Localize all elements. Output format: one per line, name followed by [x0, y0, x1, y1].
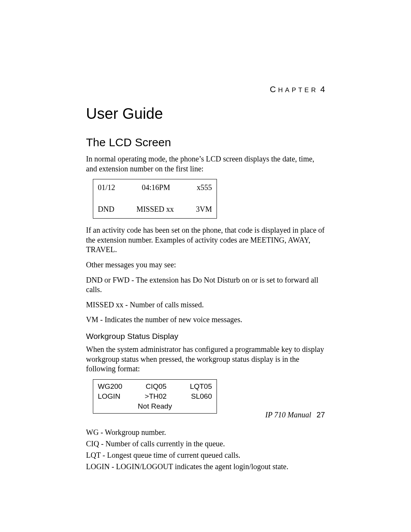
- footer-manual-name: IP 710 Manual: [265, 411, 311, 419]
- lcd-vm: 3VM: [196, 205, 212, 214]
- wg-sl: SL060: [191, 392, 212, 401]
- msg-vm: VM - Indicates the number of new voice m…: [86, 315, 325, 325]
- chapter-rest: HAPTER: [278, 86, 318, 94]
- other-messages-intro: Other messages you may see:: [86, 260, 325, 270]
- workgroup-intro: When the system administrator has config…: [86, 345, 325, 374]
- page-title: User Guide: [86, 105, 325, 122]
- wg-row-2: LOGIN >TH02 SL060: [98, 392, 212, 401]
- msg-missed: MISSED xx - Number of calls missed.: [86, 300, 325, 310]
- lcd-date: 01/12: [98, 183, 115, 192]
- def-lqt: LQT - Longest queue time of current queu…: [86, 449, 325, 461]
- lcd-row-2: DND MISSED xx 3VM: [98, 205, 212, 214]
- wg-id: WG200: [98, 382, 122, 391]
- lcd-missed: MISSED xx: [136, 205, 174, 214]
- wg-login: LOGIN: [98, 392, 120, 401]
- subsection-heading: Workgroup Status Display: [86, 332, 325, 341]
- wg-row-1: WG200 CIQ05 LQT05: [98, 382, 212, 391]
- msg-dnd: DND or FWD - The extension has Do Not Di…: [86, 275, 325, 295]
- intro-paragraph: In normal operating mode, the phone’s LC…: [86, 154, 325, 174]
- chapter-label: CHAPTER4: [86, 85, 325, 94]
- lcd-display-box: 01/12 04:16PM x555 DND MISSED xx 3VM: [93, 179, 217, 219]
- activity-code-paragraph: If an activity code has been set on the …: [86, 225, 325, 255]
- page-footer: IP 710 Manual27: [265, 411, 325, 419]
- section-heading: The LCD Screen: [86, 136, 325, 149]
- def-wg: WG - Workgroup number.: [86, 427, 325, 438]
- wg-ciq: CIQ05: [146, 382, 167, 391]
- footer-page-number: 27: [317, 411, 325, 419]
- def-login: LOGIN - LOGIN/LOGOUT indicates the agent…: [86, 461, 325, 472]
- lcd-row-1: 01/12 04:16PM x555: [98, 183, 212, 192]
- workgroup-display-box: WG200 CIQ05 LQT05 LOGIN >TH02 SL060 Not …: [93, 379, 217, 414]
- chapter-number: 4: [320, 85, 325, 94]
- page: CHAPTER4 User Guide The LCD Screen In no…: [0, 0, 411, 532]
- wg-lqt: LQT05: [190, 382, 212, 391]
- lcd-time: 04:16PM: [142, 183, 170, 192]
- lcd-extension: x555: [197, 183, 212, 192]
- wg-row-3: Not Ready: [98, 402, 212, 411]
- wg-th: >TH02: [145, 392, 167, 401]
- chapter-cap: C: [270, 85, 278, 94]
- lcd-dnd: DND: [98, 205, 114, 214]
- def-ciq: CIQ - Number of calls currently in the q…: [86, 438, 325, 449]
